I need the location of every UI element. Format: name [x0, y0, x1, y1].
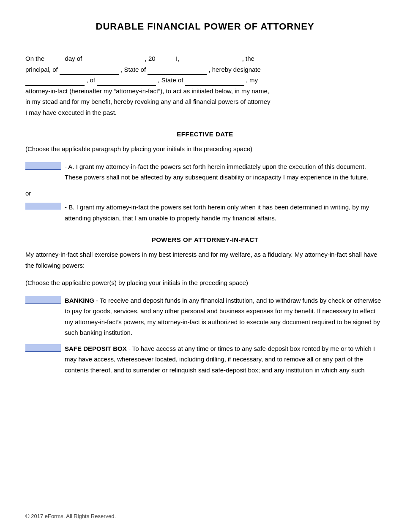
blank-principal-name[interactable]	[181, 57, 240, 64]
blank-agent-address[interactable]	[97, 79, 156, 86]
blank-day[interactable]	[46, 57, 63, 64]
banking-text: BANKING - To receive and deposit funds i…	[65, 295, 385, 338]
intro-on-the: On the	[25, 55, 44, 62]
initials-box-safe-deposit[interactable]	[25, 344, 61, 352]
intro-stead-text: in my stead and for my benefit, hereby r…	[25, 98, 271, 105]
section1-title: EFFECTIVE DATE	[25, 130, 385, 138]
intro-attorney-in-fact-text: attorney-in-fact (hereinafter my “attorn…	[25, 87, 269, 95]
safe-deposit-block: SAFE DEPOSIT BOX - To have access at any…	[25, 343, 385, 376]
footer: © 2017 eForms. All Rights Reserved.	[25, 513, 116, 519]
blank-principal-state[interactable]	[148, 68, 207, 75]
section1-choose: (Choose the applicable paragraph by plac…	[25, 144, 385, 155]
intro-20: , 20	[145, 55, 156, 62]
banking-block: BANKING - To receive and deposit funds i…	[25, 295, 385, 338]
blank-agent-name[interactable]	[25, 79, 85, 86]
document-title: DURABLE FINANCIAL POWER OF ATTORNEY	[25, 21, 385, 32]
intro-past-text: I may have executed in the past.	[25, 109, 117, 116]
initials-box-a[interactable]	[25, 162, 61, 170]
intro-of: , of	[86, 76, 97, 84]
section2-choose: (Choose the applicable power(s) by placi…	[25, 277, 385, 288]
intro-state-of-1: , State of	[120, 66, 148, 73]
banking-body: - To receive and deposit funds in any fi…	[65, 297, 381, 337]
option-a-text: - A. I grant my attorney-in-fact the pow…	[65, 161, 385, 183]
initials-box-b[interactable]	[25, 203, 61, 210]
section2-title: POWERS OF ATTORNEY-IN-FACT	[25, 236, 385, 243]
or-text: or	[25, 188, 385, 199]
intro-block: On the day of , 20 I, , the principal, o…	[25, 53, 385, 118]
intro-day-of: day of	[65, 55, 84, 62]
option-b-text: - B. I grant my attorney-in-fact the pow…	[65, 202, 385, 223]
blank-date[interactable]	[84, 57, 143, 64]
intro-i: I,	[176, 55, 181, 62]
intro-the: , the	[242, 55, 254, 62]
blank-principal-address[interactable]	[60, 68, 119, 75]
option-a-block: - A. I grant my attorney-in-fact the pow…	[25, 161, 385, 183]
section2-intro: My attorney-in-fact shall exercise power…	[25, 249, 385, 271]
safe-deposit-text: SAFE DEPOSIT BOX - To have access at any…	[65, 343, 385, 376]
safe-deposit-heading: SAFE DEPOSIT BOX	[65, 345, 127, 352]
intro-my: , my	[246, 76, 258, 84]
intro-hereby-designate: , hereby designate	[208, 66, 260, 73]
initials-box-banking[interactable]	[25, 296, 61, 304]
intro-state-of-2: , State of	[158, 76, 185, 84]
intro-principal-of: principal, of	[25, 66, 60, 73]
blank-year[interactable]	[157, 57, 174, 64]
option-b-block: - B. I grant my attorney-in-fact the pow…	[25, 202, 385, 223]
blank-agent-state[interactable]	[185, 79, 244, 86]
banking-heading: BANKING	[65, 297, 94, 304]
